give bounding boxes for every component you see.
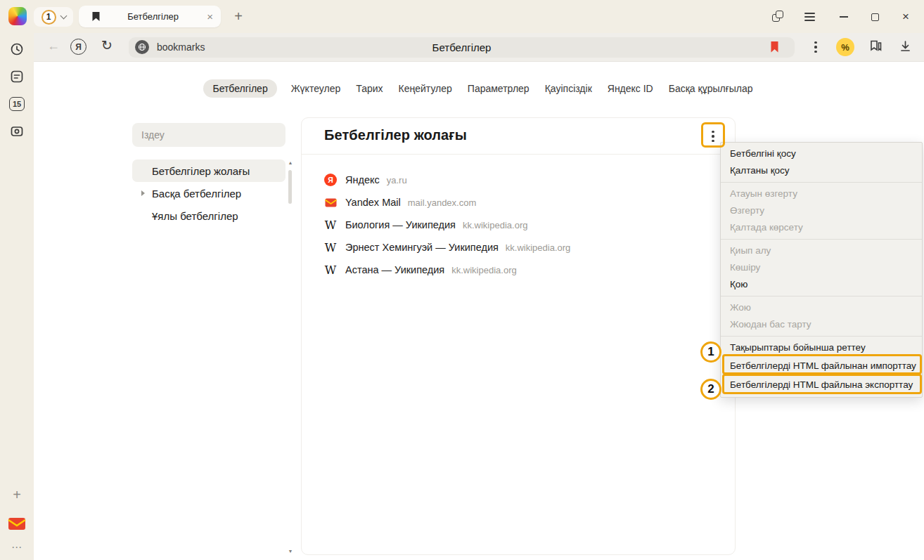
wikipedia-favicon: W xyxy=(324,241,337,254)
wikipedia-favicon: W xyxy=(324,263,337,276)
bookmark-list: Я Яндекс ya.ru Yandex Mail mail.yandex.c… xyxy=(302,155,735,281)
menu-item-add-folder[interactable]: Қалтаны қосу xyxy=(721,162,922,179)
menu-item-import-html[interactable]: Бетбелгілерді HTML файлынан импорттау xyxy=(721,356,922,375)
nav-tab-extensions[interactable]: Кеңейтулер xyxy=(397,79,454,98)
bookmark-url: kk.wikipedia.org xyxy=(451,265,517,275)
nav-tab-yandex-id[interactable]: Яндекс ID xyxy=(606,79,655,98)
bookmark-flag-icon[interactable] xyxy=(770,41,779,53)
active-tab-title: Бетбелгілер xyxy=(101,11,205,22)
menu-group-clipboard: Қиып алу Көшіру Қою xyxy=(721,239,922,296)
address-bar[interactable]: bookmarks Бетбелгілер xyxy=(129,37,795,58)
menu-item-cut[interactable]: Қиып алу xyxy=(721,242,922,259)
bookmark-row-yandex-mail[interactable]: Yandex Mail mail.yandex.com xyxy=(302,191,735,214)
bookmark-url: ya.ru xyxy=(387,175,407,185)
history-icon[interactable] xyxy=(0,41,34,58)
yandex-favicon: Я xyxy=(324,174,337,186)
menu-item-sort-by-title[interactable]: Тақырыптары бойынша реттеу xyxy=(721,339,922,356)
search-input[interactable] xyxy=(132,123,285,147)
rail-more-icon[interactable]: ⋯ xyxy=(0,540,34,554)
browser-menu-icon[interactable] xyxy=(802,9,817,25)
tabs-count-button[interactable]: 15 xyxy=(0,96,34,112)
minimize-button[interactable] xyxy=(836,9,852,25)
bookmark-row-wikipedia-hemingway[interactable]: W Эрнест Хемингуэй — Уикипедия kk.wikipe… xyxy=(302,236,735,259)
menu-group-tools: Тақырыптары бойынша реттеу Бетбелгілерді… xyxy=(721,336,922,397)
folder-item-bookmarks-bar[interactable]: Бетбелгілер жолағы xyxy=(132,159,285,182)
card-header: Бетбелгілер жолағы xyxy=(302,118,735,155)
folder-label: Бетбелгілер жолағы xyxy=(152,165,250,177)
bookmarks-card: Бетбелгілер жолағы Я Яндекс ya.ru Yandex… xyxy=(301,117,736,555)
expand-chevron-icon[interactable] xyxy=(141,190,145,196)
menu-item-copy[interactable]: Көшіру xyxy=(721,259,922,276)
tab-bar: 1 Бетбелгілер × + × xyxy=(0,0,924,33)
active-tab[interactable]: Бетбелгілер × xyxy=(79,6,221,27)
folder-item-other-bookmarks[interactable]: Басқа бетбелгілер xyxy=(132,182,285,204)
nav-tab-downloads[interactable]: Жүктеулер xyxy=(290,79,342,98)
smartbox-more-icon[interactable] xyxy=(807,39,824,55)
bookmarks-favicon-icon xyxy=(91,11,101,22)
tabs-count-badge: 15 xyxy=(9,97,25,111)
bookmark-title: Яндекс xyxy=(345,174,380,185)
back-button[interactable]: ← xyxy=(45,39,62,53)
bookmark-row-wikipedia-biology[interactable]: W Биология — Уикипедия kk.wikipedia.org xyxy=(302,214,735,236)
scroll-down-icon[interactable]: ▼ xyxy=(286,549,295,554)
menu-item-add-bookmark[interactable]: Бетбелгіні қосу xyxy=(721,145,922,162)
menu-item-rename[interactable]: Атауын өзгерту xyxy=(721,185,922,202)
nav-tab-history[interactable]: Тарих xyxy=(354,79,384,98)
new-tab-button[interactable]: + xyxy=(229,6,248,26)
scroll-up-icon[interactable]: ▲ xyxy=(286,160,295,165)
folder-label: Ұялы бетбелгілер xyxy=(152,210,238,222)
yandex-button[interactable]: Я xyxy=(70,39,86,55)
panel-scrollbar[interactable]: ▲ ▼ xyxy=(286,160,295,554)
menu-item-undo-delete[interactable]: Жоюдан бас тарту xyxy=(721,316,922,333)
nav-tab-other-devices[interactable]: Басқа құрылғылар xyxy=(667,79,755,98)
nav-tab-security[interactable]: Қауіпсіздік xyxy=(544,79,593,98)
front-square xyxy=(776,11,783,18)
close-window-button[interactable]: × xyxy=(898,9,913,25)
nav-tab-bookmarks[interactable]: Бетбелгілер xyxy=(203,79,276,98)
menu-group-delete: Жою Жоюдан бас тарту xyxy=(721,296,922,336)
tab-panels-icon[interactable] xyxy=(770,9,785,25)
folder-item-mobile-bookmarks[interactable]: Ұялы бетбелгілер xyxy=(132,204,285,227)
bookmark-title: Эрнест Хемингуэй — Уикипедия xyxy=(345,242,499,253)
rail-add-button[interactable]: + xyxy=(0,486,34,503)
folders-panel: Бетбелгілер жолағы Басқа бетбелгілер Ұял… xyxy=(132,117,297,556)
tab-close-icon[interactable]: × xyxy=(205,10,214,23)
folder-label: Басқа бетбелгілер xyxy=(152,188,241,200)
collections-icon[interactable] xyxy=(869,39,883,56)
browser-toolbar: ← Я ↻ bookmarks Бетбелгілер % xyxy=(34,33,924,62)
menu-group-add: Бетбелгіні қосу Қалтаны қосу xyxy=(721,143,922,182)
offers-button[interactable]: % xyxy=(836,38,854,56)
bookmark-row-wikipedia-astana[interactable]: W Астана — Уикипедия kk.wikipedia.org xyxy=(302,259,735,281)
bookmark-row-yandex[interactable]: Я Яндекс ya.ru xyxy=(302,169,735,191)
folder-list: Бетбелгілер жолағы Басқа бетбелгілер Ұял… xyxy=(132,159,285,227)
mail-favicon xyxy=(324,196,337,209)
maximize-icon xyxy=(871,13,879,21)
menu-group-edit: Атауын өзгерту Өзгерту Қалтада көрсету xyxy=(721,182,922,239)
menu-item-edit[interactable]: Өзгерту xyxy=(721,202,922,219)
nav-tab-settings[interactable]: Параметрлер xyxy=(466,79,531,98)
bookmark-title: Астана — Уикипедия xyxy=(345,264,444,275)
side-rail: 15 + ⋯ xyxy=(0,33,34,560)
feed-icon[interactable] xyxy=(0,68,34,85)
menu-item-paste[interactable]: Қою xyxy=(721,276,922,293)
downloads-icon[interactable] xyxy=(899,39,912,56)
browser-logo-icon[interactable] xyxy=(8,7,27,25)
bookmark-url: mail.yandex.com xyxy=(408,197,477,208)
bookmark-title: Биология — Уикипедия xyxy=(345,219,456,230)
context-menu: Бетбелгіні қосу Қалтаны қосу Атауын өзге… xyxy=(720,142,923,398)
yandex-mail-icon[interactable] xyxy=(0,514,34,533)
menu-item-delete[interactable]: Жою xyxy=(721,299,922,316)
reload-button[interactable]: ↻ xyxy=(98,37,115,53)
page-title: Бетбелгілер жолағы xyxy=(324,127,467,143)
maximize-button[interactable] xyxy=(867,9,883,25)
bookmark-url: kk.wikipedia.org xyxy=(463,220,528,230)
minimize-icon xyxy=(840,16,848,18)
settings-nav: Бетбелгілер Жүктеулер Тарих Кеңейтулер П… xyxy=(34,78,924,98)
address-page-title: Бетбелгілер xyxy=(129,37,795,58)
menu-item-show-in-folder[interactable]: Қалтада көрсету xyxy=(721,219,922,236)
scrollbar-thumb[interactable] xyxy=(288,170,292,204)
video-call-icon[interactable] xyxy=(0,123,34,140)
menu-item-export-html[interactable]: Бетбелгілерді HTML файлына экспорттау xyxy=(721,375,922,394)
tab-counter-button[interactable]: 1 xyxy=(34,7,73,27)
tab-count-badge: 1 xyxy=(41,10,56,25)
